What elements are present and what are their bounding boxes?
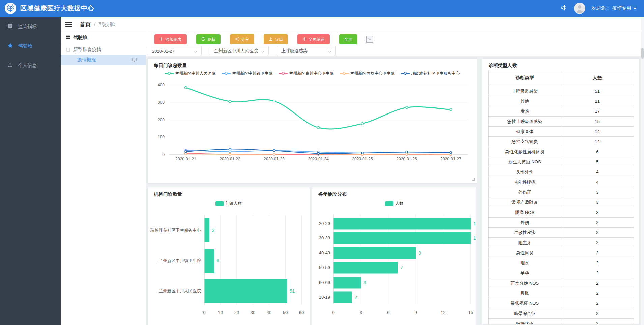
count-cell: 4 — [561, 177, 634, 187]
legend-label: 瑞岭雅苑社区卫生服务中心 — [411, 71, 460, 76]
legend-marker — [340, 71, 349, 76]
daily-visits-line-chart: 01002003004002020-01-212020-01-222020-01… — [148, 79, 477, 164]
legend-marker — [279, 71, 288, 76]
svg-text:2020-01-27: 2020-01-27 — [440, 157, 461, 161]
legend-label: 兰州新区中川人民医院 — [175, 71, 216, 76]
sidebar-item-0[interactable]: 监管指标 — [0, 17, 61, 36]
table-row: 头部外伤4 — [489, 167, 634, 177]
toolbar-button-0[interactable]: 添加图表 — [154, 34, 187, 44]
svg-text:15: 15 — [473, 235, 476, 241]
count-cell: 6 — [561, 147, 634, 157]
count-cell: 2 — [561, 278, 634, 288]
chevron-down-icon — [261, 48, 264, 54]
count-cell: 3 — [561, 197, 634, 207]
svg-text:200: 200 — [158, 118, 165, 122]
svg-text:15: 15 — [468, 310, 473, 315]
count-cell: 14 — [561, 127, 634, 137]
svg-text:60-69: 60-69 — [319, 280, 330, 285]
count-cell: 2 — [561, 298, 634, 308]
diagnosis-cell: 正常分娩 NOS — [489, 278, 561, 288]
svg-text:0: 0 — [332, 310, 334, 315]
diagnosis-cell: 新生儿黄疸 NOS — [489, 157, 561, 167]
diagnosis-cell: 外伤 — [489, 218, 561, 228]
svg-text:2020-01-23: 2020-01-23 — [264, 157, 285, 161]
table-row: 妊娠状态2 — [489, 319, 634, 325]
table-row: 早孕2 — [489, 268, 634, 278]
svg-text:兰州新区中川镇卫生院: 兰州新区中川镇卫生院 — [159, 258, 201, 263]
app-logo-icon — [5, 3, 16, 14]
svg-text:2020-01-25: 2020-01-25 — [352, 157, 373, 161]
toolbar-button-4[interactable]: 全局筛选 — [297, 34, 330, 44]
toolbar-button-3[interactable]: 导出 — [264, 34, 288, 44]
toolbar-button-1[interactable]: 刷新 — [196, 34, 221, 44]
tree-group-epidemic[interactable]: 新型肺炎疫情 — [61, 45, 146, 55]
resize-handle-icon[interactable] — [472, 176, 475, 182]
svg-text:30: 30 — [251, 310, 255, 315]
star-icon — [7, 43, 13, 50]
tree-item-epidemic-overview[interactable]: 疫情概况 — [61, 55, 146, 65]
table-row: 健康查体14 — [489, 127, 634, 137]
table-row: 急性上呼吸道感染15 — [489, 117, 634, 127]
avatar[interactable] — [574, 3, 585, 14]
svg-text:2: 2 — [354, 295, 357, 300]
toolbar-button-5[interactable]: 全屏 — [339, 34, 357, 44]
legend-swatch — [385, 201, 393, 206]
count-cell: 2 — [561, 308, 634, 319]
dashboard-tree-panel: 驾驶舱 新型肺炎疫情 疫情概况 — [61, 32, 146, 325]
username: 疫情专用 — [612, 5, 631, 11]
svg-text:2020-01-22: 2020-01-22 — [219, 157, 240, 161]
legend-item[interactable]: 兰州新区中川镇卫生院 — [222, 71, 273, 76]
legend-item[interactable]: 瑞岭雅苑社区卫生服务中心 — [401, 71, 460, 76]
grid-icon — [7, 23, 13, 30]
mini-dropdown[interactable] — [365, 35, 374, 44]
refresh-icon — [201, 37, 205, 42]
sidebar-item-label: 个人信息 — [18, 63, 37, 69]
svg-text:3: 3 — [360, 310, 362, 315]
svg-text:400: 400 — [158, 83, 165, 87]
legend-item[interactable]: 兰州新区秦川中心卫生院 — [279, 71, 334, 76]
table-row: 急性化脓性扁桃体炎6 — [489, 147, 634, 157]
svg-text:40: 40 — [267, 310, 271, 315]
date-select[interactable]: 2020-01-27 — [148, 46, 202, 56]
scrollbar-thumb[interactable] — [641, 48, 644, 59]
table-row: 上呼吸道感染51 — [489, 86, 634, 96]
legend-marker — [222, 71, 231, 76]
table-row: 眩晕综合征2 — [489, 308, 634, 319]
organization-select-value: 兰州新区中川人民医院 — [214, 48, 258, 54]
tree-panel-title: 驾驶舱 — [73, 35, 87, 41]
age-distribution-bar-chart: 0369121520-291530-391540-49950-59760-693… — [312, 207, 476, 325]
diagnosis-cell: 急性上呼吸道感染 — [489, 117, 561, 127]
app-title: 区域健康医疗大数据中心 — [20, 4, 94, 13]
org-visits-panel: 机构门诊数量 门诊人数 0102030405060瑞岭雅苑社区卫生服务中心3兰州… — [147, 187, 310, 325]
svg-text:2020-01-24: 2020-01-24 — [308, 157, 329, 161]
tree-group-label: 新型肺炎疫情 — [73, 47, 101, 53]
sidebar-item-2[interactable]: 个人信息 — [0, 56, 61, 75]
legend-label: 兰州新区秦川中心卫生院 — [289, 71, 334, 76]
table-row: 新生儿黄疸 NOS5 — [489, 157, 634, 167]
count-cell: 3 — [561, 187, 634, 197]
hamburger-icon[interactable] — [65, 22, 72, 27]
svg-text:15: 15 — [473, 221, 476, 226]
user-menu[interactable]: 欢迎您： 疫情专用 — [591, 5, 637, 11]
toolbar-button-label: 添加图表 — [166, 37, 182, 42]
svg-text:30-39: 30-39 — [319, 235, 330, 240]
count-cell: 2 — [561, 228, 634, 238]
sidebar-item-1[interactable]: 驾驶舱 — [0, 36, 61, 56]
count-cell: 2 — [561, 248, 634, 258]
speaker-icon[interactable] — [560, 4, 568, 12]
org-visits-legend: 门诊人数 — [148, 201, 310, 206]
organization-select[interactable]: 兰州新区中川人民医院 — [210, 46, 269, 56]
svg-text:12: 12 — [441, 310, 445, 315]
diagnosis-select[interactable]: 上呼吸道感染 — [277, 46, 336, 56]
dashboard-canvas: 每日门诊总数量 兰州新区中川人民医院兰州新区中川镇卫生院兰州新区秦川中心卫生院兰… — [146, 56, 641, 325]
monitor-icon[interactable] — [132, 58, 137, 63]
breadcrumb-home[interactable]: 首页 — [80, 21, 91, 28]
toolbar-button-2[interactable]: 分享 — [230, 34, 254, 44]
legend-item[interactable]: 兰州新区中川人民医院 — [165, 71, 216, 76]
table-row: 外伤2 — [489, 218, 634, 228]
svg-text:6: 6 — [217, 258, 219, 263]
legend-item[interactable]: 人数 — [385, 201, 403, 206]
legend-item[interactable]: 兰州新区西岔中心卫生院 — [340, 71, 395, 76]
legend-item[interactable]: 门诊人数 — [215, 201, 242, 206]
chevron-down-icon — [194, 48, 197, 54]
